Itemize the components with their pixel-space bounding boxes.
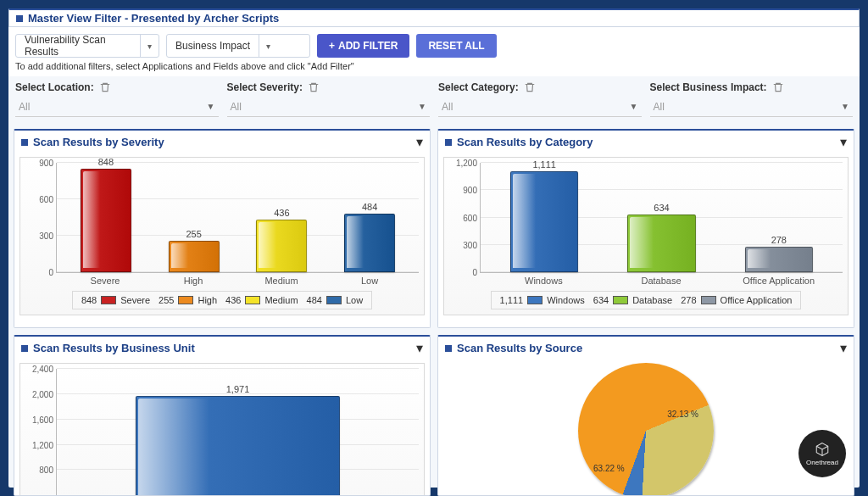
- trash-icon[interactable]: [772, 81, 784, 93]
- chevron-down-icon: ▼: [418, 102, 426, 111]
- bar-value-label: 436: [274, 208, 289, 218]
- legend-swatch-icon: [245, 296, 260, 304]
- panel-menu-button[interactable]: ▾: [840, 134, 847, 150]
- app-shell: Master View Filter - Presented by Archer…: [8, 8, 860, 488]
- bar-value-label: 634: [654, 203, 669, 213]
- brand-label: Onethread: [806, 459, 838, 466]
- master-header: Master View Filter - Presented by Archer…: [8, 8, 860, 27]
- selector: Select Location: All ▼: [15, 81, 219, 117]
- x-category: Office Application: [743, 276, 815, 286]
- legend-label: Office Application: [721, 295, 793, 305]
- pie-slice-label: 32.13 %: [667, 410, 698, 419]
- panel-menu-button[interactable]: ▾: [840, 340, 847, 356]
- bar-value-label: 255: [186, 229, 201, 239]
- legend-swatch-icon: [701, 296, 716, 304]
- chevron-down-icon: ▾: [259, 35, 277, 57]
- fields-combo[interactable]: Business Impact ▾: [166, 34, 310, 58]
- legend-item: 1,111Windows: [500, 295, 585, 305]
- severity-chart: 0300600900848 255 436 484 SevereHighMedi…: [19, 157, 425, 315]
- brand-badge: Onethread: [798, 430, 846, 477]
- legend-swatch-icon: [178, 296, 193, 304]
- legend-value: 484: [307, 295, 322, 305]
- legend-value: 634: [593, 295, 609, 305]
- trash-icon[interactable]: [308, 81, 320, 93]
- chevron-down-icon: ▼: [207, 102, 215, 111]
- bar-value-label: 1,971: [226, 384, 250, 394]
- bar-value-label: 1,111: [532, 159, 556, 170]
- reset-all-label: RESET ALL: [428, 40, 484, 52]
- legend-item: 484Low: [307, 295, 364, 305]
- panel-severity: Scan Results by Severity ▾ 0300600900848…: [14, 129, 431, 328]
- reset-all-button[interactable]: RESET ALL: [416, 34, 496, 58]
- legend-label: Windows: [547, 295, 585, 305]
- legend-swatch-icon: [527, 296, 542, 304]
- x-category: Database: [641, 276, 681, 286]
- bar: 436: [238, 220, 326, 272]
- x-category: Low: [361, 276, 378, 286]
- selector: Select Business Impact: All ▼: [650, 81, 854, 117]
- chevron-down-icon: ▼: [841, 102, 849, 111]
- chevron-down-icon: ▾: [140, 35, 159, 57]
- panel-title: Scan Results by Source: [457, 342, 582, 354]
- selector-field[interactable]: All ▼: [438, 97, 642, 117]
- panel-title: Scan Results by Category: [457, 136, 593, 148]
- plus-icon: +: [329, 40, 335, 52]
- legend-swatch-icon: [613, 296, 628, 304]
- legend-item: 278Office Application: [681, 295, 792, 305]
- panel-title: Scan Results by Severity: [33, 136, 164, 148]
- header-bullet-icon: [16, 15, 23, 22]
- legend-item: 848Severe: [81, 295, 150, 305]
- bar-value-label: 278: [771, 235, 787, 245]
- trash-icon[interactable]: [524, 81, 536, 93]
- selector-value: All: [231, 101, 242, 113]
- selector-label: Select Business Impact:: [650, 81, 854, 93]
- legend-swatch-icon: [101, 296, 116, 304]
- bar: 255: [150, 241, 238, 272]
- selector-value: All: [442, 101, 453, 113]
- header-title: Master View Filter - Presented by Archer…: [28, 12, 279, 25]
- legend-value: 848: [81, 295, 97, 305]
- selector-value: All: [19, 101, 30, 113]
- panel-bullet-icon: [21, 139, 28, 146]
- legend-label: High: [198, 295, 217, 305]
- panel-bullet-icon: [21, 345, 28, 352]
- fields-combo-value: Business Impact: [167, 40, 259, 52]
- legend-item: 436Medium: [225, 295, 298, 305]
- bar: 848: [62, 169, 150, 272]
- panel-menu-button[interactable]: ▾: [416, 134, 423, 150]
- trash-icon[interactable]: [99, 81, 111, 93]
- bar: 484: [326, 214, 414, 272]
- bar: 278: [721, 247, 837, 272]
- add-filter-button[interactable]: + ADD FILTER: [317, 34, 409, 58]
- legend-item: 634Database: [593, 295, 672, 305]
- selector-value: All: [654, 101, 665, 113]
- legend-label: Database: [632, 295, 672, 305]
- legend-value: 278: [681, 295, 696, 305]
- bizunit-chart: 8001,2001,6002,0002,4001,971: [19, 363, 425, 496]
- legend-value: 255: [159, 295, 174, 305]
- legend-value: 436: [225, 295, 241, 305]
- pie-slice-label: 63.22 %: [593, 464, 625, 473]
- filter-hint: To add additional filters, select Applic…: [8, 61, 860, 76]
- applications-combo-value: Vulnerability Scan Results: [16, 34, 140, 58]
- selector-label: Select Location:: [15, 81, 219, 93]
- bar: 1,971: [62, 396, 414, 496]
- panel-title: Scan Results by Business Unit: [33, 342, 195, 354]
- panel-source: Scan Results by Source ▾ 63.22 %32.13 %: [437, 335, 854, 496]
- selector-field[interactable]: All ▼: [227, 97, 431, 117]
- legend-item: 255High: [159, 295, 217, 305]
- legend-label: Low: [346, 295, 363, 305]
- selector-field[interactable]: All ▼: [650, 97, 854, 117]
- applications-combo[interactable]: Vulnerability Scan Results ▾: [15, 34, 159, 58]
- x-category: Medium: [264, 276, 298, 286]
- chevron-down-icon: ▼: [630, 102, 638, 111]
- legend-label: Severe: [120, 295, 150, 305]
- legend-label: Medium: [264, 295, 298, 305]
- legend-swatch-icon: [326, 296, 342, 304]
- panels-grid: Scan Results by Severity ▾ 0300600900848…: [8, 125, 860, 496]
- selector: Select Category: All ▼: [438, 81, 642, 117]
- x-category: High: [184, 276, 203, 286]
- cube-icon: [815, 442, 830, 457]
- selector-field[interactable]: All ▼: [15, 97, 219, 117]
- panel-menu-button[interactable]: ▾: [416, 340, 423, 356]
